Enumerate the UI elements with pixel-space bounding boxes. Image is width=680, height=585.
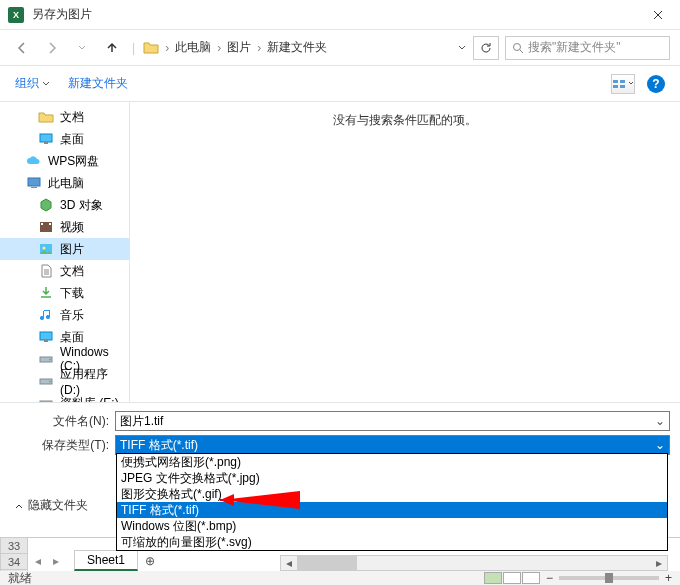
- 3d-icon: [38, 197, 54, 213]
- normal-view-button[interactable]: [484, 572, 502, 584]
- breadcrumb[interactable]: › 此电脑 › 图片 › 新建文件夹: [143, 39, 467, 56]
- horizontal-scrollbar[interactable]: ◂ ▸: [280, 555, 668, 571]
- sheet-prev-button[interactable]: ◂: [30, 553, 46, 569]
- filetype-select[interactable]: TIFF 格式(*.tif) ⌄: [115, 435, 670, 455]
- refresh-button[interactable]: [473, 36, 499, 60]
- chevron-down-icon[interactable]: [457, 43, 467, 53]
- help-button[interactable]: ?: [647, 75, 665, 93]
- excel-icon: X: [8, 7, 24, 23]
- view-icon: [612, 79, 626, 89]
- sidebar-item[interactable]: 应用程序 (D:): [0, 370, 129, 392]
- dropdown-option[interactable]: TIFF 格式(*.tif): [117, 502, 667, 518]
- svg-rect-15: [44, 340, 48, 342]
- chevron-down-icon[interactable]: ⌄: [655, 438, 665, 452]
- sidebar-item[interactable]: 文档: [0, 260, 129, 282]
- filename-row: 文件名(N): 图片1.tif ⌄: [10, 411, 670, 431]
- download-icon: [38, 285, 54, 301]
- folder-icon: [38, 109, 54, 125]
- sidebar-item-label: 桌面: [60, 329, 84, 346]
- svg-point-19: [49, 381, 51, 383]
- sidebar-item[interactable]: 桌面: [0, 128, 129, 150]
- sidebar-item[interactable]: 此电脑: [0, 172, 129, 194]
- sidebar-item-label: 文档: [60, 109, 84, 126]
- breadcrumb-item[interactable]: 图片: [227, 39, 251, 56]
- breadcrumb-item[interactable]: 此电脑: [175, 39, 211, 56]
- scroll-right-button[interactable]: ▸: [651, 556, 667, 570]
- new-folder-button[interactable]: 新建文件夹: [68, 75, 128, 92]
- svg-rect-4: [620, 85, 625, 88]
- zoom-out-button[interactable]: −: [546, 571, 553, 585]
- sidebar: 文档桌面WPS网盘此电脑3D 对象视频图片文档下载音乐桌面Windows (C:…: [0, 102, 130, 402]
- filetype-dropdown[interactable]: 便携式网络图形(*.png)JPEG 文件交换格式(*.jpg)图形交换格式(*…: [116, 453, 668, 551]
- sidebar-item-label: 视频: [60, 219, 84, 236]
- breadcrumb-separator: ›: [257, 41, 261, 55]
- titlebar: X 另存为图片: [0, 0, 680, 30]
- sheet-tabs: ◂ ▸ Sheet1 ⊕: [30, 550, 160, 571]
- sidebar-item[interactable]: 下载: [0, 282, 129, 304]
- folder-icon: [143, 40, 159, 56]
- dropdown-option[interactable]: 图形交换格式(*.gif): [117, 486, 667, 502]
- doc-icon: [38, 263, 54, 279]
- navbar: | › 此电脑 › 图片 › 新建文件夹 搜索"新建文件夹": [0, 30, 680, 66]
- sidebar-item[interactable]: 3D 对象: [0, 194, 129, 216]
- breadcrumb-item[interactable]: 新建文件夹: [267, 39, 327, 56]
- scroll-track[interactable]: [297, 556, 651, 570]
- up-button[interactable]: [100, 36, 124, 60]
- dropdown-option[interactable]: JPEG 文件交换格式(*.jpg): [117, 470, 667, 486]
- cloud-icon: [26, 153, 42, 169]
- filename-input[interactable]: 图片1.tif ⌄: [115, 411, 670, 431]
- sheet-tab[interactable]: Sheet1: [74, 550, 138, 571]
- dropdown-option[interactable]: 可缩放的向量图形(*.svg): [117, 534, 667, 550]
- sidebar-item[interactable]: 图片: [0, 238, 129, 260]
- sidebar-item[interactable]: 视频: [0, 216, 129, 238]
- row-header[interactable]: 33: [0, 538, 28, 554]
- sidebar-item[interactable]: 文档: [0, 106, 129, 128]
- close-button[interactable]: [635, 0, 680, 30]
- hide-folders-button[interactable]: 隐藏文件夹: [14, 497, 88, 514]
- sidebar-item[interactable]: WPS网盘: [0, 150, 129, 172]
- dropdown-option[interactable]: Windows 位图(*.bmp): [117, 518, 667, 534]
- search-input[interactable]: 搜索"新建文件夹": [505, 36, 670, 60]
- arrow-right-icon: [45, 41, 59, 55]
- chevron-up-icon: [14, 501, 24, 511]
- dropdown-option[interactable]: 便携式网络图形(*.png): [117, 454, 667, 470]
- sidebar-item-label: 下载: [60, 285, 84, 302]
- nav-separator: |: [132, 41, 135, 55]
- sidebar-item-label: 图片: [60, 241, 84, 258]
- svg-rect-11: [49, 223, 51, 225]
- page-layout-button[interactable]: [503, 572, 521, 584]
- zoom-slider[interactable]: [559, 576, 659, 580]
- desktop-icon: [38, 131, 54, 147]
- chevron-down-icon: [78, 44, 86, 52]
- desktop-icon: [38, 329, 54, 345]
- organize-button[interactable]: 组织: [15, 75, 50, 92]
- row-header[interactable]: 34: [0, 554, 28, 570]
- breadcrumb-separator: ›: [217, 41, 221, 55]
- chevron-down-icon[interactable]: ⌄: [655, 414, 665, 428]
- scroll-thumb[interactable]: [297, 556, 357, 570]
- drive-icon: [38, 395, 54, 402]
- add-sheet-button[interactable]: ⊕: [140, 551, 160, 571]
- forward-button[interactable]: [40, 36, 64, 60]
- view-mode-button[interactable]: [611, 74, 635, 94]
- svg-rect-2: [620, 80, 625, 83]
- recent-button[interactable]: [70, 36, 94, 60]
- main-area: 文档桌面WPS网盘此电脑3D 对象视频图片文档下载音乐桌面Windows (C:…: [0, 102, 680, 402]
- sidebar-item-label: 应用程序 (D:): [60, 366, 129, 397]
- back-button[interactable]: [10, 36, 34, 60]
- sheet-next-button[interactable]: ▸: [48, 553, 64, 569]
- filetype-label: 保存类型(T):: [10, 437, 115, 454]
- page-break-button[interactable]: [522, 572, 540, 584]
- filename-label: 文件名(N):: [10, 413, 115, 430]
- image-icon: [38, 241, 54, 257]
- zoom-in-button[interactable]: +: [665, 571, 672, 585]
- dialog-title: 另存为图片: [32, 6, 92, 23]
- sidebar-item[interactable]: 音乐: [0, 304, 129, 326]
- video-icon: [38, 219, 54, 235]
- pc-icon: [26, 175, 42, 191]
- titlebar-controls: [635, 0, 680, 30]
- toolbar-right: ?: [611, 74, 665, 94]
- scroll-left-button[interactable]: ◂: [281, 556, 297, 570]
- close-icon: [653, 10, 663, 20]
- arrow-up-icon: [105, 41, 119, 55]
